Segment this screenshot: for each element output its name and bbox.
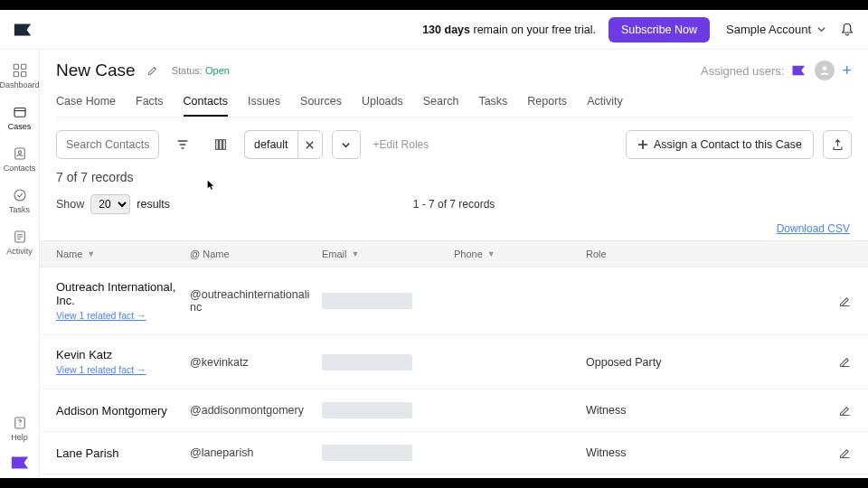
- col-at-name[interactable]: @ Name: [190, 249, 322, 259]
- search-input[interactable]: [56, 130, 159, 159]
- account-menu[interactable]: Sample Account: [726, 23, 826, 36]
- footer-logo: [9, 453, 31, 473]
- sidebar-item-help[interactable]: Help: [0, 411, 39, 446]
- assigned-users: Assigned users: +: [701, 61, 852, 80]
- col-phone[interactable]: Phone▼: [454, 249, 586, 259]
- view-pill-close[interactable]: [297, 130, 323, 159]
- contact-role: Witness: [586, 404, 816, 417]
- cursor-icon: [207, 180, 214, 191]
- sidebar-item-label: Help: [11, 433, 28, 442]
- tab-activity[interactable]: Activity: [587, 89, 623, 117]
- edit-row-button[interactable]: [838, 355, 852, 369]
- edit-title-button[interactable]: [146, 64, 159, 77]
- tab-contacts[interactable]: Contacts: [184, 89, 228, 117]
- sidebar-item-label: Activity: [6, 247, 33, 256]
- email-redacted: [322, 445, 412, 461]
- notifications-icon[interactable]: [839, 22, 855, 38]
- sidebar-item-label: Tasks: [9, 205, 30, 214]
- assign-contact-label: Assign a Contact to this Case: [654, 138, 802, 151]
- svg-point-6: [18, 151, 21, 154]
- trial-text: 130 days remain on your free trial.: [422, 23, 596, 36]
- tab-facts[interactable]: Facts: [136, 89, 164, 117]
- show-label: Show: [56, 198, 84, 211]
- contact-name[interactable]: Outreach International, Inc.: [56, 280, 190, 307]
- dashboard-icon: [12, 62, 28, 79]
- close-icon: [305, 140, 315, 150]
- contact-role: Witness: [586, 446, 816, 459]
- col-role[interactable]: Role: [586, 249, 816, 259]
- svg-rect-0: [14, 64, 18, 69]
- topbar: 130 days remain on your free trial. Subs…: [0, 10, 868, 50]
- edit-roles-link[interactable]: +Edit Roles: [373, 138, 429, 151]
- contact-name[interactable]: Addison Montgomery: [56, 404, 190, 418]
- person-icon: [818, 64, 831, 77]
- related-fact-link[interactable]: View 1 related fact →: [56, 310, 146, 321]
- download-csv-link[interactable]: Download CSV: [777, 222, 850, 235]
- activity-icon: [12, 229, 28, 245]
- contact-name[interactable]: Kevin Katz: [56, 348, 190, 361]
- sidebar-item-contacts[interactable]: Contacts: [0, 142, 39, 176]
- view-pill-label[interactable]: default: [244, 130, 297, 159]
- email-redacted: [322, 354, 412, 371]
- svg-rect-3: [21, 72, 25, 77]
- svg-rect-2: [14, 72, 18, 77]
- col-email[interactable]: Email▼: [322, 249, 454, 259]
- edit-row-button[interactable]: [838, 446, 852, 460]
- contact-handle: @kevinkatz: [190, 356, 322, 369]
- tab-sources[interactable]: Sources: [300, 89, 342, 117]
- subscribe-button[interactable]: Subscribe Now: [609, 17, 710, 42]
- toolbar: default +Edit Roles Assign a Contact to …: [40, 117, 868, 168]
- contact-handle: @outreachinternationalinc: [190, 288, 322, 314]
- assign-contact-button[interactable]: Assign a Contact to this Case: [626, 130, 814, 159]
- add-assigned-user[interactable]: +: [842, 61, 852, 80]
- tab-uploads[interactable]: Uploads: [362, 89, 403, 117]
- tabs: Case Home Facts Contacts Issues Sources …: [56, 89, 852, 117]
- tab-issues[interactable]: Issues: [248, 89, 280, 117]
- edit-row-button[interactable]: [838, 404, 852, 418]
- tab-tasks[interactable]: Tasks: [478, 89, 507, 117]
- chevron-down-icon: [341, 140, 351, 150]
- status: Status: Open: [172, 65, 230, 76]
- email-redacted: [322, 293, 412, 309]
- svg-rect-13: [220, 140, 222, 150]
- pencil-icon: [838, 404, 852, 418]
- view-dropdown[interactable]: [332, 130, 361, 159]
- columns-icon: [213, 137, 228, 152]
- sort-icon: ▼: [352, 249, 360, 258]
- pencil-icon: [146, 64, 159, 77]
- sidebar-item-activity[interactable]: Activity: [0, 225, 39, 259]
- tab-case-home[interactable]: Case Home: [56, 89, 116, 117]
- svg-point-11: [823, 66, 827, 70]
- assigned-label: Assigned users:: [701, 64, 785, 78]
- svg-point-7: [14, 190, 25, 201]
- account-label: Sample Account: [726, 23, 811, 36]
- table-row: Lane Parish@laneparishWitness: [40, 432, 868, 474]
- contact-role: Opposed Party: [586, 356, 816, 369]
- tab-reports[interactable]: Reports: [527, 89, 567, 117]
- col-name[interactable]: Name▼: [56, 249, 190, 259]
- case-title: New Case: [56, 61, 136, 80]
- contact-handle: @laneparish: [190, 446, 322, 459]
- svg-point-10: [19, 424, 20, 425]
- view-pill: default: [244, 130, 323, 159]
- page-size-select[interactable]: 20: [90, 194, 130, 214]
- contact-name[interactable]: Lane Parish: [56, 446, 190, 460]
- columns-button[interactable]: [206, 130, 235, 159]
- sidebar-item-cases[interactable]: Cases: [0, 100, 39, 135]
- chevron-down-icon: [816, 24, 826, 34]
- tasks-icon: [12, 187, 28, 203]
- svg-rect-14: [223, 140, 226, 150]
- assigned-avatar[interactable]: [815, 61, 835, 80]
- plus-icon: [637, 139, 648, 150]
- export-button[interactable]: [823, 130, 852, 159]
- related-fact-link[interactable]: View 1 related fact →: [56, 364, 146, 375]
- tab-search[interactable]: Search: [423, 89, 459, 117]
- contact-handle: @addisonmontgomery: [190, 404, 322, 417]
- sidebar-item-tasks[interactable]: Tasks: [0, 183, 39, 218]
- sidebar-item-dashboard[interactable]: Dashboard: [0, 59, 39, 93]
- assigned-flag-icon: [791, 63, 807, 78]
- svg-rect-1: [21, 64, 25, 69]
- filter-button[interactable]: [168, 130, 197, 159]
- edit-row-button[interactable]: [838, 295, 852, 308]
- contacts-icon: [12, 145, 28, 162]
